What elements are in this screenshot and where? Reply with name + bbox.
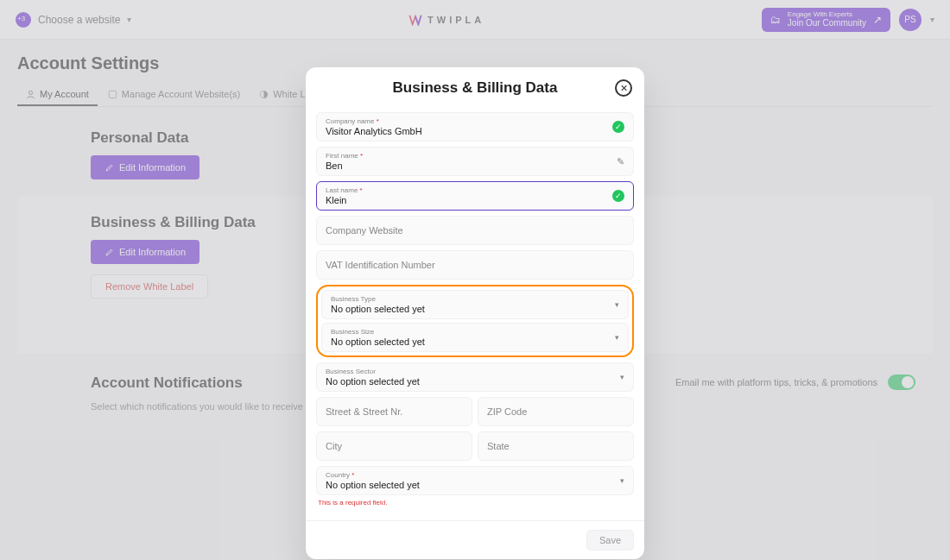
chevron-down-icon: ▾ (615, 300, 619, 309)
modal-title: Business & Billing Data (393, 79, 558, 97)
business-type-value: No option selected yet (331, 304, 619, 314)
company-name-value: Visitor Analytics GmbH (326, 126, 624, 136)
billing-modal: Business & Billing Data ✕ Company name *… (306, 67, 644, 559)
chevron-down-icon: ▾ (620, 476, 624, 485)
business-size-value: No option selected yet (331, 337, 619, 347)
business-type-select[interactable]: Business Type No option selected yet ▾ (321, 290, 629, 319)
required-asterisk: * (377, 117, 379, 125)
country-value: No option selected yet (326, 480, 624, 490)
first-name-value: Ben (326, 160, 624, 171)
business-size-select[interactable]: Business Size No option selected yet ▾ (321, 323, 629, 352)
field-label: First name (326, 152, 358, 160)
street-placeholder: Street & Street Nr. (326, 406, 463, 417)
business-sector-select[interactable]: Business Sector No option selected yet ▾ (316, 362, 634, 392)
modal-overlay: Business & Billing Data ✕ Company name *… (0, 0, 950, 560)
check-icon: ✓ (612, 121, 624, 133)
required-asterisk: * (360, 186, 363, 194)
country-select[interactable]: Country * No option selected yet ▾ (316, 466, 634, 495)
field-label: Business Size (331, 328, 619, 336)
company-name-field[interactable]: Company name * Visitor Analytics GmbH ✓ (316, 112, 634, 142)
company-website-field[interactable]: Company Website (316, 216, 634, 245)
state-field[interactable]: State (478, 431, 634, 461)
company-website-placeholder: Company Website (326, 225, 624, 236)
field-label: Country (326, 471, 350, 479)
field-label: Last name (326, 186, 358, 194)
last-name-field[interactable]: Last name * Klein ✓ (316, 181, 634, 211)
state-placeholder: State (487, 441, 624, 451)
zip-placeholder: ZIP Code (487, 406, 624, 417)
required-asterisk: * (352, 471, 354, 479)
city-placeholder: City (326, 441, 463, 451)
vat-field[interactable]: VAT Identification Number (316, 250, 634, 280)
country-error: This is a required field. (318, 499, 634, 507)
chevron-down-icon: ▾ (620, 373, 624, 381)
field-label: Business Type (331, 295, 619, 303)
chevron-down-icon: ▾ (615, 333, 619, 342)
vat-placeholder: VAT Identification Number (326, 260, 624, 270)
business-sector-value: No option selected yet (326, 376, 624, 387)
close-icon: ✕ (620, 84, 628, 93)
check-icon: ✓ (612, 190, 624, 202)
pencil-icon: ✎ (617, 156, 624, 167)
city-field[interactable]: City (316, 431, 472, 461)
highlight-annotation: Business Type No option selected yet ▾ B… (316, 285, 634, 357)
save-button[interactable]: Save (586, 530, 634, 551)
street-field[interactable]: Street & Street Nr. (316, 397, 472, 426)
required-asterisk: * (360, 152, 363, 160)
field-label: Business Sector (326, 368, 624, 375)
first-name-field[interactable]: First name * Ben ✎ (316, 147, 634, 176)
modal-close-button[interactable]: ✕ (615, 79, 632, 97)
field-label: Company name (326, 117, 374, 125)
last-name-value: Klein (326, 195, 624, 205)
zip-field[interactable]: ZIP Code (478, 397, 634, 426)
